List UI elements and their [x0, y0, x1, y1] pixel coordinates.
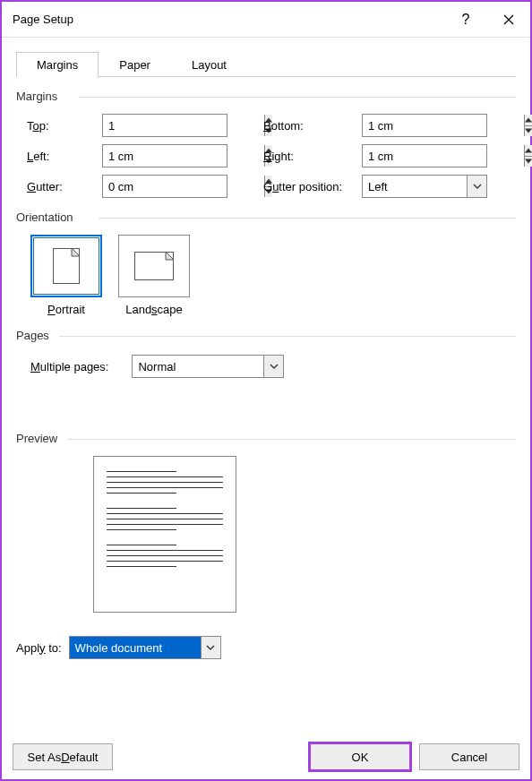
preview-page — [93, 456, 236, 613]
page-setup-dialog: Page Setup ? Margins Paper Layout Margin… — [0, 0, 532, 781]
chevron-down-icon — [263, 356, 283, 377]
ok-button[interactable]: OK — [310, 743, 410, 770]
preview-section-label: Preview — [16, 432, 516, 445]
left-input[interactable] — [103, 145, 264, 167]
titlebar: Page Setup ? — [2, 2, 530, 38]
gutter-input[interactable] — [103, 176, 264, 197]
multiple-pages-label: Multiple pages: — [30, 360, 108, 373]
chevron-down-icon — [467, 176, 486, 197]
bottom-spinner[interactable] — [362, 114, 487, 137]
bottom-up[interactable] — [525, 115, 532, 125]
landscape-icon — [134, 252, 174, 280]
right-spinner[interactable] — [362, 144, 487, 167]
right-input[interactable] — [363, 145, 524, 167]
bottom-label: Bottom: — [263, 119, 362, 133]
right-up[interactable] — [525, 145, 532, 156]
svg-marker-4 — [525, 117, 532, 122]
tab-paper[interactable]: Paper — [99, 52, 171, 77]
top-input[interactable] — [103, 115, 264, 136]
bottom-input[interactable] — [363, 115, 524, 136]
tabs: Margins Paper Layout — [16, 52, 516, 77]
chevron-down-icon — [201, 637, 220, 658]
orientation-portrait[interactable]: Portrait — [30, 235, 102, 316]
svg-marker-8 — [525, 148, 532, 152]
portrait-icon — [53, 248, 80, 284]
cancel-button[interactable]: Cancel — [419, 743, 519, 770]
orientation-landscape[interactable]: Landscape — [118, 235, 190, 316]
gutterpos-combo[interactable]: Left — [362, 175, 487, 198]
top-spinner[interactable] — [102, 114, 227, 137]
close-button[interactable] — [487, 2, 530, 38]
window-title: Page Setup — [13, 13, 444, 26]
tab-margins[interactable]: Margins — [16, 52, 99, 77]
pages-section-label: Pages — [16, 329, 516, 342]
orientation-section-label: Orientation — [16, 210, 516, 224]
apply-to-label: Apply to: — [16, 641, 62, 655]
multiple-pages-combo[interactable]: Normal — [132, 355, 284, 378]
tab-layout[interactable]: Layout — [171, 52, 247, 77]
set-default-button[interactable]: Set As Default — [13, 743, 113, 770]
gutterpos-value: Left — [363, 180, 467, 193]
multiple-pages-value: Normal — [133, 360, 263, 373]
gutter-spinner[interactable] — [102, 175, 227, 198]
apply-to-combo[interactable]: Whole document — [69, 636, 221, 659]
gutter-label: Gutter: — [27, 180, 102, 193]
right-label: Right: — [263, 150, 362, 163]
apply-to-value: Whole document — [70, 637, 201, 658]
left-spinner[interactable] — [102, 144, 227, 167]
top-label: Top: — [27, 119, 102, 133]
close-icon — [503, 14, 514, 25]
bottom-down[interactable] — [525, 125, 532, 137]
left-label: Left: — [27, 150, 102, 163]
margins-section-label: Margins — [16, 90, 516, 103]
help-button[interactable]: ? — [444, 2, 487, 38]
svg-marker-9 — [525, 159, 532, 164]
svg-marker-5 — [525, 129, 532, 133]
gutterpos-label: Gutter position: — [263, 180, 362, 193]
right-down[interactable] — [525, 156, 532, 167]
